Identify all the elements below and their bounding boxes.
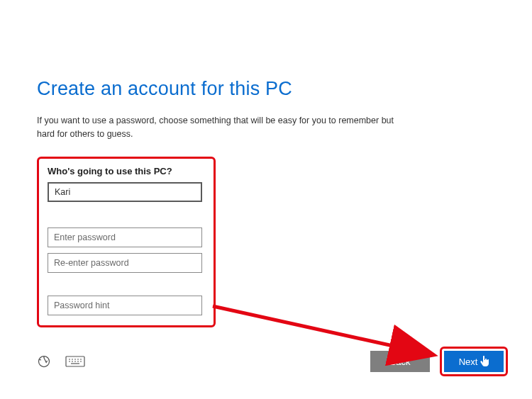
- next-button-label: Next: [459, 356, 478, 367]
- next-button[interactable]: Next: [444, 351, 504, 372]
- username-input[interactable]: [48, 182, 202, 202]
- keyboard-icon[interactable]: [65, 355, 85, 368]
- section-label-who: Who's going to use this PC?: [48, 166, 205, 176]
- password-confirm-input[interactable]: [48, 253, 202, 273]
- password-input[interactable]: [48, 227, 202, 247]
- link-cursor-icon: [480, 356, 489, 367]
- page-subtitle: If you want to use a password, choose so…: [37, 114, 413, 141]
- page-title: Create an account for this PC: [37, 78, 495, 100]
- back-button[interactable]: Back: [370, 351, 430, 372]
- account-form-highlight: Who's going to use this PC?: [37, 157, 216, 327]
- password-hint-input[interactable]: [48, 296, 202, 315]
- ease-of-access-icon[interactable]: [37, 354, 51, 369]
- next-button-highlight: Next: [440, 347, 508, 376]
